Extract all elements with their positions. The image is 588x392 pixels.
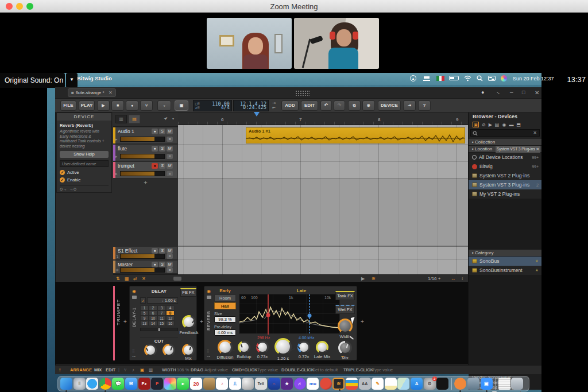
dock-musescore-icon[interactable]: mu [307, 378, 319, 390]
file-menu-button[interactable]: FILE [60, 100, 76, 111]
red-marker-value[interactable]: 298 Hz [257, 336, 270, 340]
dock-facetime-icon[interactable]: ▸ [177, 378, 189, 390]
volume-fader[interactable] [120, 137, 165, 142]
position-display[interactable]: 12.1.4.12 0:24.425 [233, 100, 269, 111]
device-remote-icon[interactable]: ⠿ [207, 349, 209, 353]
device-remote-icon[interactable]: ⠿ [132, 349, 134, 353]
arrange-view-tab[interactable]: ▤ [129, 115, 140, 123]
favorite-star-icon[interactable]: ★ [535, 268, 539, 273]
clear-search-icon[interactable]: ✕ [533, 130, 537, 135]
clips-filter-icon[interactable]: ◉ [502, 122, 506, 127]
dock-launchpad-icon[interactable]: ⠿ [74, 378, 86, 390]
grid-resolution-value[interactable]: 1/16 + [428, 276, 440, 281]
blue-marker-value[interactable]: 4.00 kHz [299, 336, 315, 340]
devices-filter-icon[interactable]: ▣ [473, 122, 479, 127]
arrange-layout-tab[interactable]: ARRANGE [70, 367, 92, 372]
location-row-myvst2[interactable]: My VST 2 Plug-ins [469, 189, 541, 199]
volume-fader[interactable] [120, 254, 165, 259]
bitwig-logo-dots[interactable] [295, 90, 310, 96]
dock-ladybug-app-icon[interactable] [320, 378, 332, 390]
redo-icon[interactable]: ↷ [334, 100, 345, 111]
add-button[interactable]: ADD [281, 100, 299, 111]
volume-fader[interactable] [120, 154, 165, 159]
dock-treble-clef-app-icon[interactable]: ♬ [294, 378, 306, 390]
volume-fader[interactable] [120, 267, 165, 273]
delay-device[interactable]: ◉ DELAY-1 ⠿ ⊶ DELAY FB FX ♪ ↓ 1.00 s 123… [129, 286, 197, 360]
dock-music-icon[interactable]: ♪ [216, 378, 228, 390]
play-button[interactable]: ▶ [97, 100, 110, 111]
edit-button[interactable]: EDIT [301, 100, 318, 111]
room-button[interactable]: Room [214, 294, 236, 301]
device-preset-folder-icon[interactable] [132, 296, 137, 299]
dock-parallels-icon[interactable]: P [151, 378, 163, 390]
record-arm-button[interactable]: ● [152, 146, 158, 152]
record-button[interactable]: ● [126, 100, 138, 111]
grid-icon[interactable]: ▦ [125, 276, 129, 281]
playhead-marker[interactable] [254, 112, 260, 117]
dock-document-icon[interactable] [498, 378, 510, 390]
track-expand-icon[interactable]: ▸ [115, 154, 118, 159]
mute-button[interactable]: M [167, 146, 173, 152]
duplicate-icon[interactable]: ⧉ [348, 100, 361, 111]
track-expand-icon[interactable]: ▸ [115, 137, 118, 142]
device-menu-button[interactable]: DEVICE [378, 100, 401, 111]
samples-filter-icon[interactable]: ▶ [489, 122, 492, 127]
add-track-button[interactable]: + [113, 179, 178, 187]
control-center-icon[interactable] [488, 76, 496, 81]
participant-video-2[interactable] [294, 18, 379, 69]
presets-filter-icon[interactable]: ⊘ [482, 122, 486, 127]
late-frequency-graph[interactable]: 60 100 1k 10k [239, 294, 340, 334]
note-editor-icon[interactable]: ♪ [132, 367, 134, 372]
expand-window-icon[interactable]: ↔ [495, 88, 502, 96]
files-filter-icon[interactable]: ⬒ [516, 122, 521, 127]
dock-calendar-icon[interactable]: 20 [190, 378, 202, 390]
audio-clip[interactable]: Audio 1 #1 [246, 127, 465, 143]
dock-notes-icon[interactable] [385, 378, 397, 390]
dock-star-app-icon[interactable]: ★ [281, 378, 293, 390]
feedback-knob[interactable] [182, 315, 196, 329]
follow-icon[interactable]: ⇄ [133, 276, 137, 281]
delay-step-grid[interactable]: 1234 5678 9101112 13141516 [140, 305, 178, 326]
reverb-mix-knob[interactable] [338, 341, 352, 355]
overdub-icon[interactable]: ⑂ [140, 100, 153, 111]
delay-mix-knob[interactable] [182, 344, 195, 356]
mixer-panel-icon[interactable]: ▥ [149, 367, 153, 372]
music-filter-icon[interactable]: ▬ [509, 122, 513, 127]
dual-display-icon[interactable]: ⑂ [124, 367, 127, 372]
fb-fx-button[interactable]: FB FX [180, 288, 196, 297]
clear-icon[interactable]: ✕ [142, 276, 146, 281]
solo-button[interactable]: S [159, 262, 165, 267]
spotlight-search-icon[interactable] [477, 75, 483, 81]
stop-button[interactable]: ■ [111, 100, 124, 111]
dock-maps-icon[interactable] [397, 378, 409, 390]
zoom-vertical-icon[interactable]: ↕ [461, 276, 463, 281]
mute-button[interactable]: M [167, 129, 173, 134]
mix-layout-tab[interactable]: MIX [94, 367, 102, 372]
location-row-vst2[interactable]: System VST 2 Plug-ins [469, 171, 541, 180]
airplay-icon[interactable]: ▲ [410, 75, 416, 81]
dock-keynote-icon[interactable]: ⎍ [229, 378, 241, 390]
battery-icon[interactable] [449, 76, 459, 80]
dock-photos-icon[interactable] [164, 378, 176, 390]
audition-icon[interactable]: ≋ [372, 276, 376, 281]
diffusion-knob[interactable] [218, 340, 233, 355]
record-arm-button-active[interactable]: ● [152, 163, 158, 169]
edit-layout-tab[interactable]: EDIT [106, 367, 115, 372]
dock-app-store-icon[interactable]: A [411, 378, 423, 390]
cursor-tool-icon[interactable]: ➢ [163, 115, 169, 122]
plugin-window-icon[interactable]: ⇥ [403, 100, 416, 111]
help-icon[interactable]: ? [418, 100, 431, 111]
punch-out-icon[interactable]: ⇤ [272, 106, 276, 110]
dock-charts-app-icon[interactable] [346, 378, 358, 390]
cut-low-knob[interactable] [144, 344, 157, 356]
dock-messages-icon[interactable]: 💬 [112, 378, 124, 390]
multisamples-filter-icon[interactable]: ▤ [495, 122, 500, 127]
late-mix-knob[interactable] [316, 341, 328, 354]
solo-button[interactable]: S [159, 163, 165, 169]
mute-button[interactable]: M [167, 248, 173, 254]
original-sound-dropdown[interactable]: ▼ [66, 73, 78, 88]
keyboard-layout-flag-icon[interactable] [436, 76, 444, 81]
mute-button[interactable]: M [167, 262, 173, 267]
location-row-bitwig[interactable]: Bitwig99+ [469, 162, 541, 171]
dock-finder-icon[interactable] [60, 378, 72, 390]
